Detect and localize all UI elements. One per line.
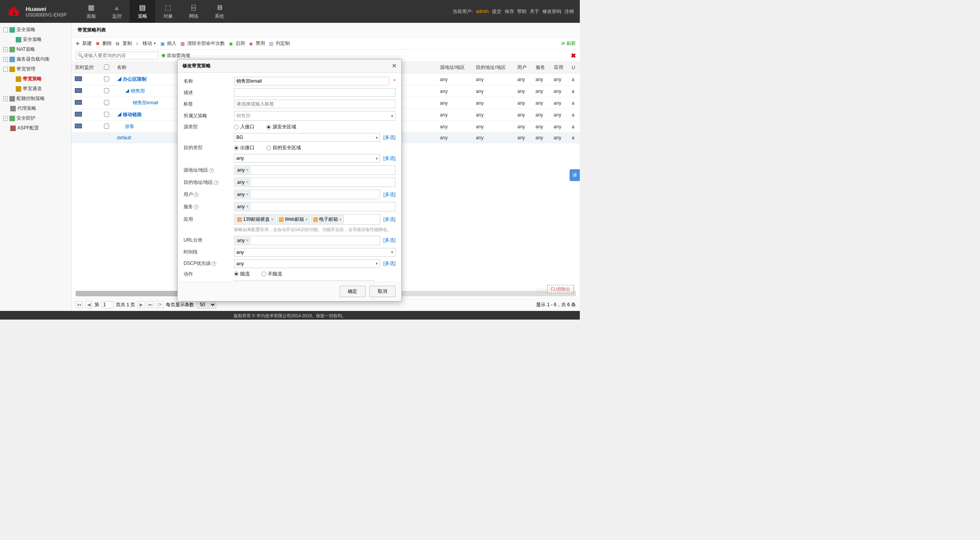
monitor-icon[interactable] [75, 112, 82, 117]
help-icon[interactable]: ? [209, 168, 214, 173]
tree-toggle-icon[interactable]: + [3, 96, 8, 101]
select-src-zone[interactable]: BG▾ [234, 133, 380, 142]
monitor-icon[interactable] [75, 124, 82, 128]
sidebar-item[interactable]: 带宽策略 [0, 74, 71, 84]
input-name[interactable] [234, 77, 389, 85]
translate-button[interactable]: 译 [570, 169, 580, 181]
close-icon[interactable]: ✕ [392, 63, 397, 69]
col-header[interactable]: U [569, 62, 580, 74]
pager-last[interactable]: ⏭ [147, 301, 154, 308]
expand-icon[interactable]: ◢ [117, 76, 122, 82]
pager-next[interactable]: ▶ [137, 301, 145, 308]
col-header[interactable]: 目的地址/地区 [473, 62, 514, 74]
link-logout[interactable]: 注销 [564, 8, 574, 15]
col-header[interactable] [101, 62, 114, 74]
clear-search-icon[interactable]: ✖ [571, 52, 576, 59]
link-save[interactable]: 保存 [505, 8, 514, 15]
radio-dst-zone[interactable]: 目的安全区域 [266, 144, 301, 151]
pager-perpage-select[interactable]: 50 [197, 301, 216, 309]
select-time[interactable]: any▾ [234, 248, 395, 257]
link-more-dscp[interactable]: [多选] [383, 260, 395, 267]
scrollbar-thumb[interactable] [76, 291, 178, 296]
tab-monitor[interactable]: ⟁监控 [104, 0, 130, 23]
sidebar-item[interactable]: 安全策略 [0, 35, 71, 44]
tag-remove-icon[interactable]: × [339, 217, 342, 222]
col-header[interactable]: 源地址/地区 [437, 62, 473, 74]
sidebar-item[interactable]: +NAT策略 [0, 44, 71, 54]
radio-limit[interactable]: 限流 [234, 271, 250, 277]
btn-copy[interactable]: ⧉复制 [116, 40, 132, 47]
btn-insert[interactable]: ▣插入 [160, 40, 176, 47]
help-icon[interactable]: ? [194, 192, 199, 197]
dialog-titlebar[interactable]: 修改带宽策略 ✕ [178, 59, 401, 73]
link-more-dst[interactable]: [多选] [383, 155, 395, 162]
tag-remove-icon[interactable]: × [246, 192, 249, 197]
select-dscp[interactable]: any▾ [234, 259, 380, 268]
help-icon[interactable]: ? [194, 205, 199, 209]
link-help[interactable]: 帮助 [517, 8, 527, 15]
ok-button[interactable]: 确定 [340, 286, 366, 297]
tag-remove-icon[interactable]: × [246, 204, 249, 209]
tab-system[interactable]: 🖥系统 [206, 0, 232, 23]
expand-icon[interactable]: ◢ [117, 112, 122, 117]
pager-refresh[interactable]: ⟳ [156, 301, 163, 308]
radio-out-interface[interactable]: 出接口 [234, 144, 254, 151]
tag-remove-icon[interactable]: × [305, 217, 308, 222]
row-checkbox[interactable] [104, 76, 109, 81]
tagbox-service[interactable]: any× [234, 202, 395, 211]
tab-policy[interactable]: ▤策略 [130, 0, 155, 23]
sidebar-item[interactable]: -安全策略 [0, 25, 71, 35]
pager-prev[interactable]: ◀ [85, 301, 92, 308]
add-query-btn[interactable]: ⊕添加查询项 [161, 52, 190, 59]
input-desc[interactable] [234, 88, 395, 97]
pager-first[interactable]: ⏮ [76, 301, 83, 308]
col-header[interactable]: 用户 [514, 62, 532, 74]
tree-toggle-icon[interactable]: + [3, 47, 8, 52]
sidebar-item[interactable]: 代理策略 [0, 104, 71, 113]
sidebar-item[interactable]: +安全防护 [0, 113, 71, 123]
select-all-checkbox[interactable] [104, 65, 109, 70]
tab-panel[interactable]: ▦面板 [78, 0, 104, 23]
link-more-app[interactable]: [多选] [383, 216, 395, 223]
sidebar-item[interactable]: 带宽通道 [0, 84, 71, 94]
radio-in-interface[interactable]: 入接口 [234, 124, 254, 130]
link-more-src[interactable]: [多选] [383, 134, 395, 141]
sidebar-item[interactable]: +配额控制策略 [0, 94, 71, 104]
tree-toggle-icon[interactable]: - [3, 28, 8, 32]
radio-nolimit[interactable]: 不限流 [262, 271, 282, 277]
sidebar-item[interactable]: ASPF配置 [0, 123, 71, 133]
tag-remove-icon[interactable]: × [246, 179, 249, 185]
expand-icon[interactable]: ◢ [125, 88, 130, 94]
input-tags[interactable] [234, 100, 395, 108]
row-checkbox[interactable] [104, 124, 109, 129]
tree-toggle-icon[interactable]: + [3, 57, 8, 62]
tree-toggle-icon[interactable]: - [3, 67, 8, 72]
btn-move[interactable]: ↕移动▼ [136, 40, 156, 47]
tag-remove-icon[interactable]: × [246, 167, 249, 173]
radio-src-zone[interactable]: 源安全区域 [266, 124, 296, 130]
searchbox[interactable]: 🔍 [76, 52, 158, 59]
link-changepw[interactable]: 修改密码 [542, 8, 561, 15]
btn-disable[interactable]: ◉禁用 [249, 40, 265, 47]
link-more-user[interactable]: [多选] [383, 191, 395, 198]
tagbox-dstaddr[interactable]: any× [234, 178, 395, 187]
monitor-icon[interactable] [75, 76, 82, 81]
select-channel[interactable]: 销售部使用email▾ [234, 280, 374, 282]
tag-remove-icon[interactable]: × [246, 238, 249, 243]
monitor-icon[interactable] [75, 100, 82, 105]
tab-network[interactable]: ⌸网络 [181, 0, 206, 23]
tagbox-app[interactable]: 139邮箱硬盘×Web邮箱×电子邮箱× [234, 214, 380, 225]
btn-columns[interactable]: ▥列定制 [269, 40, 290, 47]
monitor-icon[interactable] [75, 88, 82, 93]
cli-console-button[interactable]: CLI控制台 [547, 285, 574, 293]
btn-clearhits[interactable]: ▦清除全部命中次数 [180, 40, 225, 47]
col-header[interactable]: 应用 [551, 62, 569, 74]
tab-object[interactable]: ⬚对象 [155, 0, 181, 23]
col-header[interactable]: 服务 [533, 62, 551, 74]
link-more-url[interactable]: [多选] [383, 237, 395, 244]
link-about[interactable]: 关于 [530, 8, 539, 15]
search-input[interactable] [84, 53, 156, 58]
tag-remove-icon[interactable]: × [271, 217, 274, 222]
btn-delete[interactable]: ✖删除 [96, 40, 112, 47]
tagbox-url[interactable]: any× [234, 236, 380, 245]
